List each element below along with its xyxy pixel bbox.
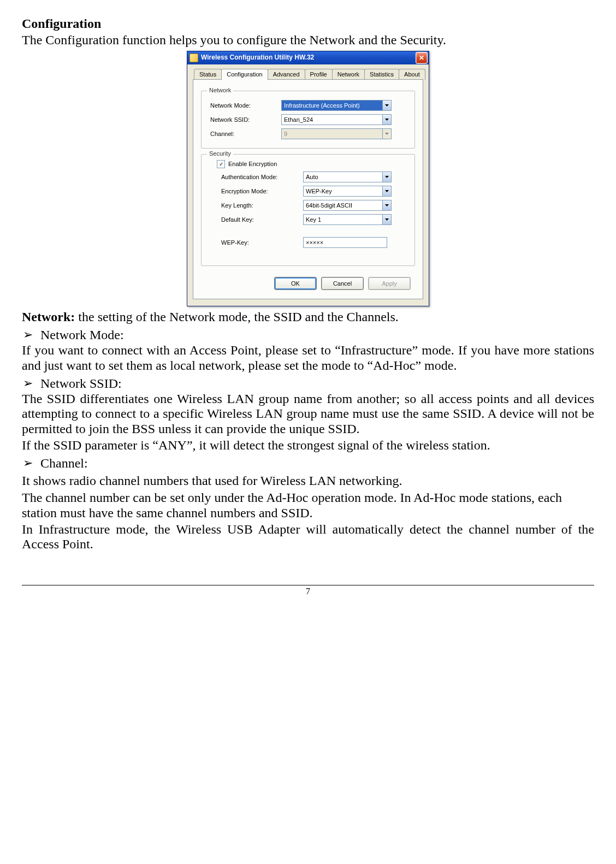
label-wep-key: WEP-Key:	[207, 239, 303, 246]
tab-network[interactable]: Network	[332, 69, 365, 80]
combo-key-length-value: 64bit-5digit ASCII	[304, 202, 382, 209]
checkbox-enable-encryption[interactable]: ✓	[217, 160, 225, 168]
paragraph-channel-b: The channel number can be set only under…	[22, 490, 594, 520]
label-default-key: Default Key:	[207, 216, 303, 223]
bullet-icon: ➢	[23, 328, 33, 343]
chevron-down-icon	[382, 129, 391, 139]
combo-auth-mode[interactable]: Auto	[303, 171, 392, 182]
chevron-down-icon	[382, 215, 391, 224]
combo-default-key-value: Key 1	[304, 216, 382, 223]
label-key-length: Key Length:	[207, 202, 303, 209]
close-button[interactable]: ✕	[416, 52, 428, 64]
window-title: Wireless Configuration Utility HW.32	[201, 54, 314, 62]
bullet-label: Channel:	[40, 456, 88, 471]
chevron-down-icon	[382, 186, 391, 196]
combo-auth-mode-value: Auto	[304, 174, 382, 181]
paragraph-network-mode: If you want to connect with an Access Po…	[22, 343, 594, 373]
screenshot-container: Wireless Configuration Utility HW.32 ✕ S…	[22, 51, 594, 306]
combo-network-mode[interactable]: Infrastructure (Access Point)	[281, 100, 392, 111]
tab-panel: Network Network Mode: Infrastructure (Ac…	[193, 79, 423, 299]
section-heading: Configuration	[22, 16, 594, 32]
app-icon	[189, 54, 198, 62]
combo-enc-mode[interactable]: WEP-Key	[303, 186, 392, 197]
apply-button: Apply	[368, 277, 411, 290]
config-dialog: Wireless Configuration Utility HW.32 ✕ S…	[187, 51, 429, 306]
tab-statistics[interactable]: Statistics	[364, 69, 399, 80]
security-group-label: Security	[207, 150, 233, 157]
label-network-ssid: Network SSID:	[207, 116, 281, 123]
intro-paragraph: The Configuration function helps you to …	[22, 33, 594, 48]
paragraph-channel-c: In Infrastructure mode, the Wireless USB…	[22, 522, 594, 552]
label-enable-encryption: Enable Encryption	[228, 161, 277, 168]
security-group: Security ✓ Enable Encryption Authenticat…	[201, 154, 415, 266]
network-group: Network Network Mode: Infrastructure (Ac…	[201, 91, 415, 149]
paragraph-ssid-b: If the SSID parameter is “ANY”, it will …	[22, 438, 594, 453]
tab-status[interactable]: Status	[194, 69, 222, 80]
bullet-network-mode: ➢ Network Mode:	[22, 328, 594, 343]
chevron-down-icon	[382, 115, 391, 125]
combo-default-key[interactable]: Key 1	[303, 214, 392, 225]
dialog-button-row: OK Cancel Apply	[199, 271, 417, 290]
label-channel: Channel:	[207, 131, 281, 138]
combo-network-ssid[interactable]: Ethan_524	[281, 114, 392, 125]
tab-advanced[interactable]: Advanced	[268, 69, 305, 80]
check-icon: ✓	[219, 161, 223, 168]
combo-enc-mode-value: WEP-Key	[304, 188, 382, 195]
bullet-label: Network SSID:	[40, 376, 122, 392]
input-wep-key-value: ×××××	[306, 239, 323, 246]
bullet-label: Network Mode:	[40, 328, 124, 343]
network-section-intro: Network: the setting of the Network mode…	[22, 310, 594, 325]
ok-button[interactable]: OK	[274, 277, 317, 290]
network-group-label: Network	[207, 87, 233, 94]
tab-profile[interactable]: Profile	[305, 69, 333, 80]
footer-rule	[22, 585, 594, 585]
combo-channel: 9	[281, 128, 392, 139]
chevron-down-icon	[382, 100, 391, 110]
cancel-button[interactable]: Cancel	[321, 277, 364, 290]
label-auth-mode: Authentication Mode:	[207, 174, 303, 181]
bullet-icon: ➢	[23, 376, 33, 392]
input-wep-key[interactable]: ×××××	[303, 237, 387, 248]
dialog-body: Status Configuration Advanced Profile Ne…	[187, 64, 429, 306]
chevron-down-icon	[382, 172, 391, 182]
label-enc-mode: Encryption Mode:	[207, 188, 303, 195]
chevron-down-icon	[382, 200, 391, 210]
titlebar: Wireless Configuration Utility HW.32 ✕	[187, 51, 429, 64]
combo-network-mode-value: Infrastructure (Access Point)	[282, 102, 382, 109]
tab-about[interactable]: About	[399, 69, 425, 80]
page-number: 7	[22, 587, 594, 596]
tab-strip: Status Configuration Advanced Profile Ne…	[193, 69, 423, 80]
paragraph-ssid-a: The SSID differentiates one Wireless LAN…	[22, 392, 594, 437]
combo-key-length[interactable]: 64bit-5digit ASCII	[303, 200, 392, 211]
bullet-icon: ➢	[23, 456, 33, 471]
label-network-mode: Network Mode:	[207, 102, 281, 109]
combo-channel-value: 9	[282, 131, 382, 138]
tab-configuration[interactable]: Configuration	[221, 69, 268, 80]
combo-network-ssid-value: Ethan_524	[282, 116, 382, 123]
close-icon: ✕	[419, 55, 424, 61]
bullet-network-ssid: ➢ Network SSID:	[22, 376, 594, 392]
paragraph-channel-a: It shows radio channel numbers that used…	[22, 474, 594, 489]
bullet-channel: ➢ Channel:	[22, 456, 594, 471]
